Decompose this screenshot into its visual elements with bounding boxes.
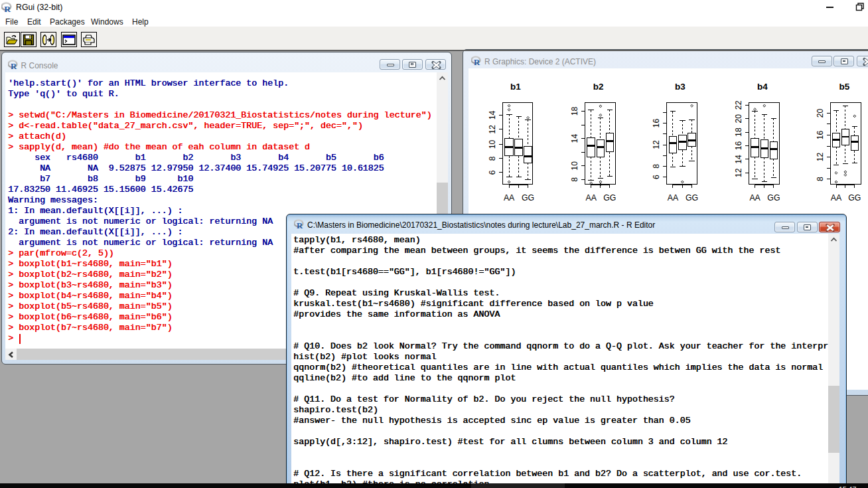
svg-text:20: 20 <box>734 114 743 123</box>
svg-text:6: 6 <box>652 175 661 179</box>
svg-text:12: 12 <box>652 140 661 149</box>
svg-text:18: 18 <box>734 127 743 137</box>
svg-text:AA: AA <box>585 193 597 202</box>
svg-text:10: 10 <box>488 139 497 149</box>
svg-text:AA: AA <box>504 193 515 202</box>
svg-text:b2: b2 <box>593 82 604 92</box>
svg-text:16: 16 <box>652 118 661 127</box>
svg-text:20: 20 <box>816 108 825 118</box>
svg-text:GG: GG <box>848 193 861 202</box>
svg-text:GG: GG <box>603 193 616 202</box>
svg-text:22: 22 <box>734 100 743 110</box>
svg-text:8: 8 <box>652 163 661 168</box>
svg-text:12: 12 <box>734 168 743 177</box>
svg-text:18: 18 <box>570 106 579 116</box>
svg-text:b5: b5 <box>839 82 849 92</box>
svg-text:AA: AA <box>831 193 842 202</box>
svg-text:GG: GG <box>767 193 780 202</box>
svg-text:R: R <box>4 4 11 13</box>
svg-text:b3: b3 <box>675 82 686 92</box>
svg-text:b4: b4 <box>757 82 768 92</box>
svg-text:AA: AA <box>668 193 679 202</box>
svg-text:6: 6 <box>488 170 497 175</box>
svg-text:14: 14 <box>570 133 579 143</box>
svg-text:12: 12 <box>488 124 497 133</box>
svg-text:8: 8 <box>488 156 497 161</box>
svg-text:8: 8 <box>570 177 579 181</box>
svg-text:10: 10 <box>570 161 579 170</box>
svg-text:R: R <box>474 58 480 66</box>
svg-text:AA: AA <box>749 193 760 202</box>
svg-text:R: R <box>297 220 303 228</box>
svg-text:14: 14 <box>734 154 743 163</box>
svg-text:8: 8 <box>816 176 825 181</box>
svg-text:GG: GG <box>522 193 534 202</box>
svg-text:16: 16 <box>816 130 825 139</box>
svg-text:R: R <box>11 62 17 70</box>
svg-text:b1: b1 <box>510 82 521 92</box>
svg-text:GG: GG <box>686 193 698 202</box>
svg-text:16: 16 <box>734 141 743 150</box>
svg-text:12: 12 <box>816 152 825 161</box>
svg-text:14: 14 <box>488 110 497 120</box>
